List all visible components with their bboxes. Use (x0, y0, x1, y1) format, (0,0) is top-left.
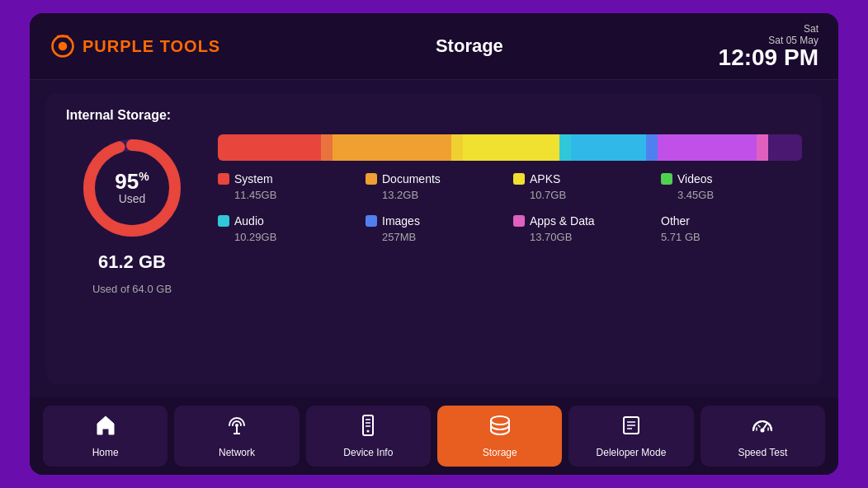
header: PURPLE TOOLS Storage SatSat 05 May 12:09… (30, 13, 838, 80)
storage-label: Internal Storage: (66, 108, 802, 123)
nav-network-label: Network (219, 447, 255, 458)
speedtest-icon (750, 414, 775, 442)
main-content: Internal Storage: 95% (30, 80, 838, 397)
nav-storage[interactable]: Storage (437, 406, 562, 467)
legend-dot-appsdata (513, 215, 525, 227)
nav-speed-test-label: Speed Test (738, 447, 787, 458)
legend-audio: Audio 10.29GB (218, 214, 359, 243)
legend-size-appsdata: 13.70GB (513, 231, 654, 243)
legend-label-appsdata: Apps & Data (530, 214, 595, 228)
device-icon (356, 414, 380, 442)
developer-icon (620, 414, 643, 442)
donut-center: 95% Used (115, 171, 149, 205)
nav-developer-mode[interactable]: Deleloper Mode (568, 406, 693, 467)
legend-documents: Documents 13.2GB (366, 172, 507, 201)
legend-size-apks: 10.7GB (513, 189, 654, 201)
header-date: SatSat 05 May (719, 23, 818, 46)
bar-sep5 (757, 134, 768, 161)
legend-other: Other 5.71 GB (661, 214, 802, 243)
storage-body: 95% Used 61.2 GB Used of 64.0 GB (66, 134, 802, 369)
legend-label-videos: Videos (677, 172, 713, 185)
donut-percent: 95% (115, 171, 149, 192)
bar-appsdata (658, 134, 756, 161)
legend-label-documents: Documents (382, 172, 441, 185)
donut-used-label: Used (115, 192, 149, 205)
legend-size-other: 5.71 GB (661, 231, 802, 243)
legend-size-videos: 3.45GB (661, 189, 802, 201)
legend-label-other: Other (661, 214, 690, 228)
bar-audio (571, 134, 646, 161)
storage-total-size: 61.2 GB (98, 251, 166, 273)
storage-right: System 11.45GB Documents 13.2GB (218, 134, 802, 243)
bar-sep2 (451, 134, 463, 161)
nav-home[interactable]: Home (43, 406, 167, 467)
legend-label-apks: APKS (530, 172, 560, 185)
nav-device-info[interactable]: Device Info (306, 406, 431, 467)
logo: PURPLE TOOLS (50, 33, 220, 59)
bar-apks (463, 134, 559, 161)
header-datetime: SatSat 05 May 12:09 PM (719, 23, 818, 69)
nav-home-label: Home (92, 447, 119, 458)
home-icon (94, 414, 117, 442)
legend-size-images: 257MB (366, 231, 507, 243)
legend-dot-videos (661, 173, 672, 185)
nav-developer-mode-label: Deleloper Mode (597, 447, 667, 458)
legend-dot-images (366, 215, 377, 227)
logo-icon (50, 33, 76, 59)
donut-chart: 95% Used (78, 134, 186, 242)
network-icon (225, 414, 248, 442)
legend-dot-audio (218, 215, 229, 227)
svg-line-23 (758, 425, 760, 427)
nav-device-info-label: Device Info (343, 447, 393, 458)
legend-label-system: System (234, 172, 273, 185)
page-title: Storage (436, 35, 503, 57)
legend-size-system: 11.45GB (218, 189, 359, 201)
bar-sep1 (321, 134, 333, 161)
legend-dot-system (218, 173, 229, 185)
storage-card: Internal Storage: 95% (46, 93, 822, 384)
svg-point-1 (59, 42, 68, 51)
svg-point-14 (491, 416, 509, 425)
legend-apks: APKS 10.7GB (513, 172, 654, 201)
bar-sep3 (559, 134, 571, 161)
legend-images: Images 257MB (366, 214, 507, 243)
legend-label-images: Images (382, 214, 420, 228)
bar-system (218, 134, 321, 161)
svg-point-13 (367, 430, 370, 433)
legend-size-audio: 10.29GB (218, 231, 359, 243)
legend-label-audio: Audio (234, 214, 264, 228)
nav-network[interactable]: Network (174, 406, 299, 467)
storage-icon (488, 414, 512, 442)
nav-storage-label: Storage (483, 447, 517, 458)
donut-section: 95% Used 61.2 GB Used of 64.0 GB (66, 134, 198, 295)
legend-dot-documents (366, 173, 377, 185)
header-clock: 12:09 PM (719, 46, 818, 69)
tv-frame: PURPLE TOOLS Storage SatSat 05 May 12:09… (30, 13, 838, 475)
bottom-nav: Home Network (30, 397, 838, 475)
bar-other (768, 134, 802, 161)
nav-speed-test[interactable]: Speed Test (701, 406, 825, 467)
bar-documents (333, 134, 451, 161)
legend-system: System 11.45GB (218, 172, 359, 201)
bar-sep4 (646, 134, 658, 161)
legend-grid: System 11.45GB Documents 13.2GB (218, 172, 802, 243)
svg-point-20 (761, 429, 765, 433)
storage-used-of: Used of 64.0 GB (92, 283, 172, 295)
logo-text: PURPLE TOOLS (83, 37, 220, 56)
legend-size-documents: 13.2GB (366, 189, 507, 201)
legend-appsdata: Apps & Data 13.70GB (513, 214, 654, 243)
legend-dot-apks (513, 173, 525, 185)
storage-color-bar (218, 134, 802, 161)
legend-videos: Videos 3.45GB (661, 172, 802, 201)
